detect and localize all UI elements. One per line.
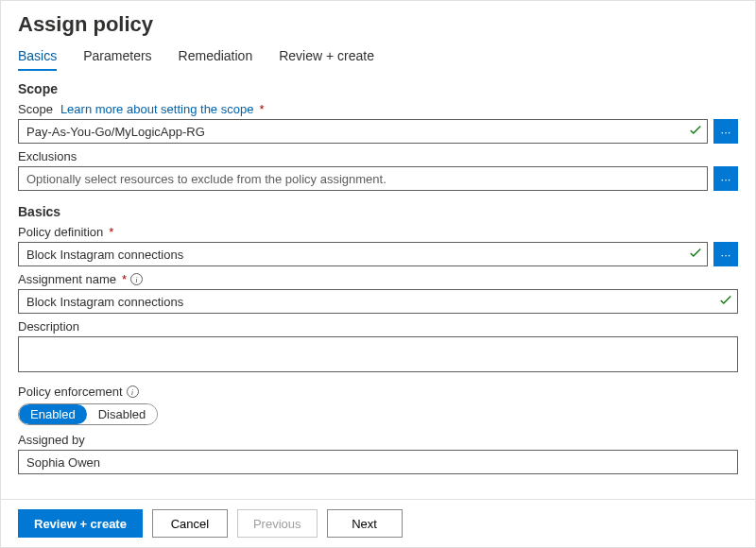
policy-definition-input[interactable] <box>18 242 708 266</box>
required-icon: * <box>259 102 264 116</box>
basics-section-title: Basics <box>18 204 738 219</box>
page-title: Assign policy <box>18 12 738 37</box>
scope-label: Scope <box>18 102 53 116</box>
enforcement-label: Policy enforcement <box>18 385 123 399</box>
exclusions-input[interactable] <box>18 166 708 191</box>
enforcement-label-row: Policy enforcement i <box>18 385 738 399</box>
tab-remediation[interactable]: Remediation <box>179 44 253 71</box>
scope-section-title: Scope <box>18 81 738 96</box>
tab-parameters[interactable]: Parameters <box>83 44 151 71</box>
exclusions-label: Exclusions <box>18 149 738 163</box>
scope-label-row: Scope Learn more about setting the scope… <box>18 102 738 116</box>
assigned-by-input[interactable] <box>18 450 738 474</box>
tab-review-create[interactable]: Review + create <box>279 44 374 71</box>
enforcement-disabled-option[interactable]: Disabled <box>87 404 158 424</box>
assigned-by-label: Assigned by <box>18 433 738 447</box>
cancel-button[interactable]: Cancel <box>152 509 228 538</box>
enforcement-toggle[interactable]: Enabled Disabled <box>18 403 158 425</box>
scope-input[interactable] <box>18 119 708 144</box>
tab-basics[interactable]: Basics <box>18 44 57 71</box>
policy-definition-label: Policy definition <box>18 225 103 239</box>
policy-definition-label-row: Policy definition * <box>18 225 738 239</box>
ellipsis-icon: ··· <box>721 248 731 261</box>
policy-definition-picker-button[interactable]: ··· <box>713 242 738 266</box>
assignment-name-input[interactable] <box>18 289 738 314</box>
enforcement-enabled-option[interactable]: Enabled <box>19 404 87 424</box>
ellipsis-icon: ··· <box>721 126 731 138</box>
ellipsis-icon: ··· <box>721 173 731 185</box>
review-create-button[interactable]: Review + create <box>18 509 143 538</box>
scope-learn-more-link[interactable]: Learn more about setting the scope <box>60 102 254 116</box>
assignment-name-label: Assignment name <box>18 272 116 286</box>
assignment-name-label-row: Assignment name * i <box>18 272 738 286</box>
info-icon[interactable]: i <box>130 273 143 285</box>
next-button[interactable]: Next <box>327 509 403 538</box>
previous-button: Previous <box>237 509 318 538</box>
info-icon[interactable]: i <box>127 385 139 398</box>
required-icon: * <box>122 272 127 286</box>
exclusions-picker-button[interactable]: ··· <box>713 166 738 191</box>
description-label: Description <box>18 319 738 334</box>
scope-picker-button[interactable]: ··· <box>713 119 738 144</box>
description-input[interactable] <box>18 336 738 372</box>
tab-bar: Basics Parameters Remediation Review + c… <box>18 44 738 72</box>
required-icon: * <box>109 225 113 239</box>
footer-bar: Review + create Cancel Previous Next <box>1 499 755 547</box>
